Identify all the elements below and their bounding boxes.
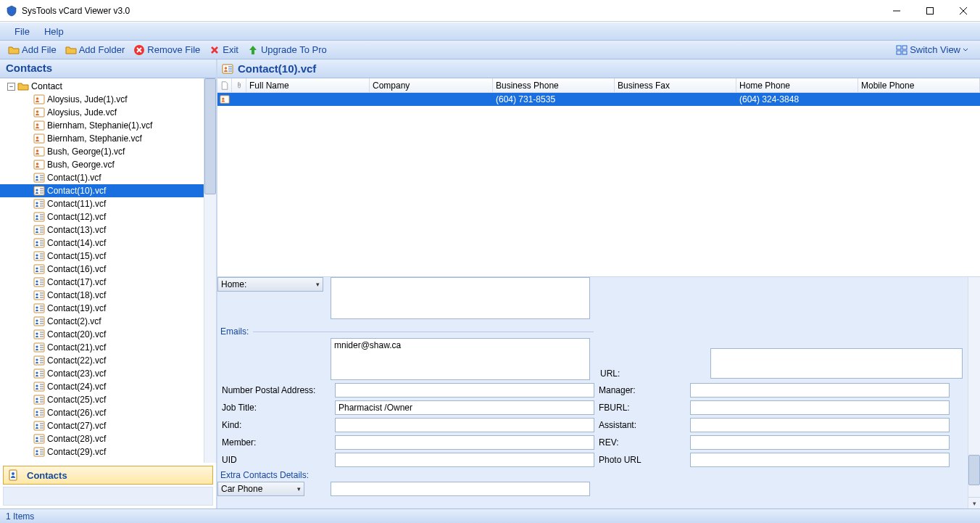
tree-item[interactable]: Contact(21).vcf [0,341,204,354]
upgrade-button[interactable]: Upgrade To Pro [244,42,331,58]
svg-rect-19 [34,160,44,169]
tree-item[interactable]: Contact(19).vcf [0,302,204,315]
close-button[interactable] [947,0,980,22]
svg-point-107 [36,398,38,400]
left-panel: Contacts −ContactAloysius, Jude(1).vcfAl… [0,59,217,508]
tree-item-label: Contact(2).vcf [47,316,101,326]
table-row[interactable]: (604) 731-8535(604) 324-3848 [217,93,980,106]
tree-item[interactable]: Biernham, Stephanie.vcf [0,132,204,145]
details-area: Home: ▾ Emails: URL: [217,276,980,508]
tree-item[interactable]: Contact(2).vcf [0,315,204,328]
svg-point-82 [36,332,38,334]
tree-item-label: Contact(28).vcf [47,434,106,444]
svg-point-32 [36,202,38,204]
tree-item[interactable]: Contact(25).vcf [0,393,204,406]
upgrade-label: Upgrade To Pro [261,44,327,55]
tree-item[interactable]: Contact(12).vcf [0,210,204,223]
tree-item[interactable]: Contact(23).vcf [0,367,204,380]
minimize-button[interactable] [880,0,913,22]
svg-rect-6 [902,46,907,49]
member-input[interactable] [335,435,594,450]
manager-input[interactable] [690,383,950,398]
photo-url-input[interactable] [690,453,950,467]
tree-item[interactable]: Contact(16).vcf [0,263,204,276]
tree-scrollbar[interactable] [204,78,216,463]
rev-input[interactable] [690,435,950,450]
svg-point-16 [36,136,39,139]
table-col-header[interactable] [232,78,246,92]
home-textarea[interactable] [331,277,590,319]
table-col-header[interactable]: Business Phone [493,78,615,92]
nav-contacts-card[interactable]: Contacts [3,466,213,485]
car-phone-input[interactable] [331,482,590,496]
job-title-input[interactable] [335,400,594,415]
uid-input[interactable] [335,453,594,467]
svg-point-134 [225,67,228,70]
contacts-tree[interactable]: −ContactAloysius, Jude(1).vcfAloysius, J… [0,78,204,463]
right-header: Contact(10).vcf [217,59,980,78]
table-col-header[interactable]: Home Phone [736,78,858,92]
car-phone-dropdown[interactable]: Car Phone ▾ [217,482,304,496]
home-dropdown[interactable]: Home: ▾ [217,277,323,292]
tree-item[interactable]: Aloysius, Jude(1).vcf [0,93,204,106]
tree-item[interactable]: Contact(27).vcf [0,419,204,432]
add-folder-button[interactable]: Add Folder [62,42,129,58]
tree-item-label: Contact(20).vcf [47,329,106,339]
svg-point-12 [36,110,39,113]
app-icon [6,5,17,17]
tree-item[interactable]: Contact(28).vcf [0,432,204,445]
table-col-header[interactable]: Full Name [246,78,370,92]
tree-item[interactable]: Contact(20).vcf [0,328,204,341]
tree-item[interactable]: Contact(11).vcf [0,197,204,210]
tree-item[interactable]: Contact(22).vcf [0,354,204,367]
table-col-header[interactable]: Business Fax [615,78,736,92]
remove-file-button[interactable]: Remove File [130,42,204,58]
url-textarea[interactable] [710,348,963,379]
num-postal-input[interactable] [335,383,594,398]
exit-button[interactable]: Exit [205,42,242,58]
svg-point-52 [36,254,38,256]
emails-textarea[interactable] [331,338,590,380]
home-dropdown-label: Home: [221,279,246,289]
contacts-panel-header: Contacts [0,59,216,78]
vcard-icon [33,394,45,405]
photo-url-label: Photo URL [599,455,686,465]
folder-icon [17,81,29,92]
tree-root[interactable]: −Contact [0,80,204,93]
tree-item[interactable]: Contact(29).vcf [0,445,204,458]
svg-point-27 [36,189,38,191]
tree-item-label: Biernham, Stephanie.vcf [47,133,142,144]
tree-item[interactable]: Contact(1).vcf [0,171,204,184]
table-col-header[interactable] [217,78,232,92]
exit-icon [209,44,220,56]
statusbar: 1 Items [0,508,980,523]
tree-item-label: Contact(16).vcf [47,264,106,274]
tree-item[interactable]: Bush, George(1).vcf [0,145,204,158]
tree-item[interactable]: Biernham, Stephanie(1).vcf [0,119,204,132]
vcard-icon [33,159,45,170]
tree-item[interactable]: Bush, George.vcf [0,158,204,171]
vcard-icon [33,407,45,419]
kind-input[interactable] [335,418,594,432]
tree-expander-icon[interactable]: − [7,83,15,91]
menu-file[interactable]: File [7,25,37,38]
tree-item[interactable]: Contact(14).vcf [0,236,204,250]
switch-view-button[interactable]: Switch View [892,42,974,58]
tree-item[interactable]: Contact(18).vcf [0,289,204,302]
fburl-input[interactable] [690,400,950,415]
maximize-button[interactable] [913,0,947,22]
tree-item[interactable]: Contact(15).vcf [0,250,204,263]
assistant-input[interactable] [690,418,950,432]
tree-item-label: Bush, George.vcf [47,160,115,170]
tree-item[interactable]: Contact(13).vcf [0,223,204,236]
tree-item[interactable]: Contact(26).vcf [0,406,204,419]
table-col-header[interactable]: Company [370,78,493,92]
tree-item[interactable]: Contact(24).vcf [0,380,204,393]
tree-item[interactable]: Contact(17).vcf [0,276,204,289]
menu-help[interactable]: Help [37,25,71,38]
tree-item[interactable]: Contact(10).vcf [0,184,204,197]
table-col-header[interactable]: Mobile Phone [858,78,980,92]
tree-item[interactable]: Aloysius, Jude.vcf [0,106,204,119]
add-file-button[interactable]: Add File [4,42,60,58]
details-scrollbar[interactable]: ▾ [968,277,980,508]
